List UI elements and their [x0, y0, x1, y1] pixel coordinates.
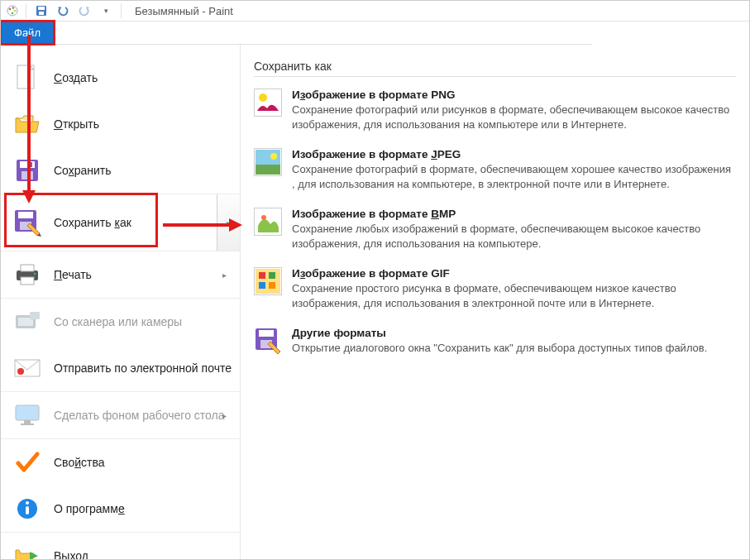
menu-item-properties[interactable]: Свойства [1, 439, 240, 486]
svg-point-37 [270, 153, 277, 160]
menu-label: Создать [54, 71, 98, 84]
menu-label: Сделать фоном рабочего стола [54, 409, 225, 422]
exit-icon [12, 541, 42, 560]
svg-rect-26 [24, 420, 31, 424]
menu-item-scanner: Со сканера или камеры [1, 299, 240, 345]
format-desc: Сохранение любых изображений в формате, … [292, 222, 736, 251]
svg-rect-22 [30, 312, 40, 319]
svg-point-1 [9, 8, 12, 11]
qat-save-button[interactable] [33, 2, 50, 19]
other-formats-icon [254, 327, 282, 355]
menu-item-about[interactable]: О программе [1, 486, 240, 532]
svg-rect-36 [256, 165, 280, 175]
file-tab[interactable]: Файл [1, 22, 54, 44]
chevron-right-icon: ▸ [222, 411, 227, 420]
separator [254, 76, 736, 77]
format-item-gif[interactable]: Изображение в формате GIF Сохранение про… [254, 267, 736, 310]
format-title: Изображение в формате BMP [292, 208, 736, 220]
menu-item-exit[interactable]: Выход [1, 533, 240, 560]
svg-rect-18 [21, 277, 34, 285]
svg-rect-29 [26, 506, 29, 515]
svg-rect-43 [259, 282, 265, 289]
format-title: Изображение в формате GIF [292, 267, 736, 280]
svg-point-3 [14, 10, 17, 12]
menu-label: Отправить по электронной почте [54, 361, 232, 375]
new-document-icon [12, 63, 42, 93]
svg-point-24 [17, 368, 24, 375]
save-as-panel: Сохранить как Изображение в формате PNG … [241, 45, 749, 560]
paint-logo-icon [6, 4, 19, 17]
file-menu: Создать Открыть Сохранить Сохранить как … [1, 45, 749, 560]
file-tab-label: Файл [14, 26, 41, 39]
qat-redo-button[interactable] [76, 2, 93, 19]
menu-label: Сохранить [54, 164, 112, 177]
format-desc: Открытие диалогового окна "Сохранить как… [292, 341, 707, 356]
svg-point-39 [261, 215, 266, 220]
menu-item-save-as[interactable]: Сохранить как ▸ [1, 194, 240, 251]
email-icon [12, 353, 42, 383]
svg-point-2 [12, 7, 15, 9]
svg-point-19 [34, 273, 36, 275]
scanner-icon [12, 307, 42, 337]
svg-rect-41 [259, 272, 265, 279]
svg-rect-44 [269, 282, 275, 289]
svg-rect-7 [39, 12, 44, 15]
qat-customize-button[interactable]: ▾ [98, 2, 114, 19]
svg-rect-42 [269, 272, 275, 279]
menu-label: Сохранить как [54, 216, 131, 229]
file-menu-list: Создать Открыть Сохранить Сохранить как … [1, 45, 241, 560]
qat-undo-button[interactable] [55, 2, 71, 19]
format-desc: Сохранение фотографий или рисунков в фор… [292, 103, 736, 132]
menu-label: О программе [54, 502, 125, 515]
format-item-bmp[interactable]: Изображение в формате BMP Сохранение люб… [254, 208, 736, 251]
svg-rect-11 [21, 171, 33, 179]
open-folder-icon [12, 109, 42, 139]
window-title: Безымянный - Paint [135, 5, 233, 17]
format-desc: Сохранение простого рисунка в формате, о… [292, 281, 736, 310]
save-as-icon [12, 208, 42, 237]
menu-label: Свойства [54, 456, 105, 469]
svg-rect-12 [29, 162, 32, 167]
menu-item-save[interactable]: Сохранить [1, 147, 240, 194]
checkmark-icon [12, 448, 42, 477]
svg-rect-14 [18, 212, 33, 218]
svg-rect-33 [256, 90, 280, 115]
gif-format-icon [254, 267, 282, 295]
svg-rect-6 [38, 7, 45, 10]
format-desc: Сохранение фотографий в формате, обеспеч… [292, 162, 736, 191]
menu-label: Со сканера или камеры [54, 315, 182, 328]
separator [26, 3, 26, 18]
format-item-jpeg[interactable]: Изображение в формате JPEG Сохранение фо… [254, 148, 736, 191]
menu-item-new[interactable]: Создать [1, 55, 240, 101]
save-floppy-icon [12, 156, 42, 185]
panel-title: Сохранить как [254, 60, 736, 73]
svg-point-34 [259, 93, 267, 102]
format-item-other[interactable]: Другие форматы Открытие диалогового окна… [254, 327, 736, 356]
format-item-png[interactable]: Изображение в формате PNG Сохранение фот… [254, 89, 736, 132]
svg-rect-25 [16, 405, 39, 420]
jpeg-format-icon [254, 148, 282, 176]
svg-rect-27 [21, 424, 34, 425]
format-title: Изображение в формате JPEG [292, 148, 736, 160]
svg-point-30 [26, 501, 29, 505]
save-as-submenu-button[interactable]: ▸ [217, 194, 240, 251]
chevron-right-icon: ▸ [222, 270, 227, 280]
separator [121, 3, 122, 18]
menu-label: Выход [54, 549, 88, 560]
svg-point-4 [12, 12, 14, 15]
menu-item-wallpaper: Сделать фоном рабочего стола ▸ [1, 392, 240, 438]
png-format-icon [254, 89, 282, 117]
svg-rect-46 [259, 330, 274, 337]
menu-label: Печать [54, 268, 92, 281]
format-title: Другие форматы [292, 327, 707, 339]
format-title: Изображение в формате PNG [292, 89, 736, 101]
svg-rect-10 [20, 161, 35, 168]
menu-label: Открыть [54, 117, 99, 131]
ribbon-tabs: Файл [1, 22, 592, 45]
menu-item-print[interactable]: Печать ▸ [1, 251, 240, 298]
menu-item-open[interactable]: Открыть [1, 101, 240, 147]
desktop-icon [12, 400, 42, 430]
svg-rect-17 [21, 265, 34, 271]
info-icon [12, 494, 42, 524]
menu-item-email[interactable]: Отправить по электронной почте [1, 345, 240, 391]
